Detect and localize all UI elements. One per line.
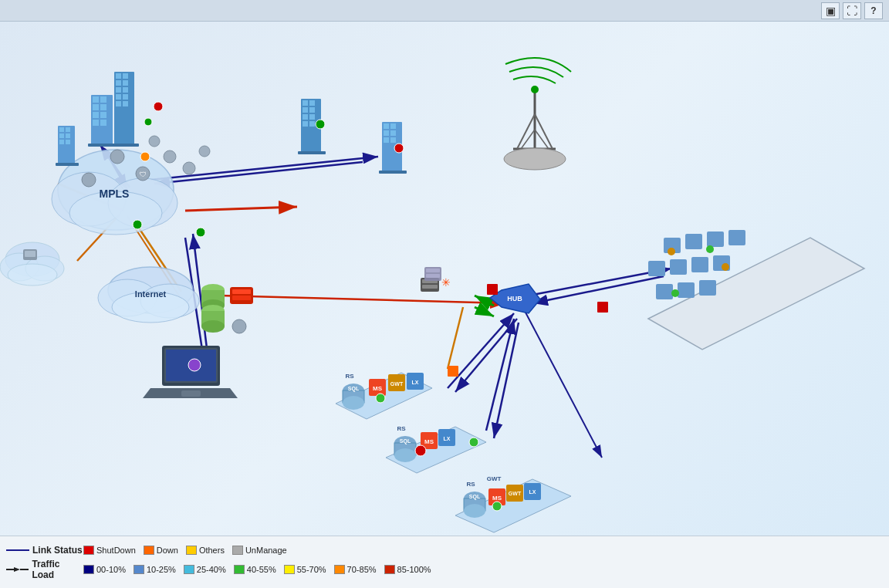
shutdown-color <box>83 546 94 555</box>
traffic-40-55-label: 40-55% <box>247 565 276 574</box>
svg-rect-80 <box>298 151 326 154</box>
traffic-85-100-label: 85-100% <box>397 565 431 574</box>
svg-line-91 <box>517 114 535 149</box>
svg-rect-60 <box>116 101 121 106</box>
svg-marker-199 <box>14 567 20 572</box>
svg-rect-83 <box>390 123 396 129</box>
legend-item-shutdown: ShutDown <box>83 546 136 555</box>
fullscreen-button[interactable]: ⛶ <box>843 2 861 19</box>
svg-line-94 <box>535 130 549 149</box>
svg-point-40 <box>8 264 57 286</box>
svg-rect-69 <box>66 140 70 144</box>
unmanage-color <box>232 546 243 555</box>
svg-rect-45 <box>100 104 106 110</box>
svg-rect-75 <box>309 107 315 113</box>
svg-point-128 <box>110 150 124 164</box>
shutdown-label: ShutDown <box>96 546 136 555</box>
traffic-10-25-label: 10-25% <box>147 565 176 574</box>
legend-item-unmanage: UnManage <box>232 546 287 555</box>
legend-item-0-10: 00-10% <box>83 565 126 574</box>
svg-point-111 <box>722 263 729 271</box>
svg-rect-77 <box>309 114 315 120</box>
unmanage-label: UnManage <box>245 546 287 555</box>
svg-rect-61 <box>123 101 128 106</box>
svg-line-17 <box>494 323 519 438</box>
svg-rect-106 <box>656 284 673 299</box>
svg-rect-48 <box>93 120 99 126</box>
svg-point-165 <box>464 504 485 518</box>
help-button[interactable]: ? <box>864 2 883 19</box>
svg-point-95 <box>504 148 566 170</box>
svg-rect-76 <box>303 114 308 120</box>
svg-point-183 <box>133 220 142 229</box>
svg-point-194 <box>149 136 160 147</box>
traffic-25-40-color <box>184 565 194 574</box>
svg-rect-62 <box>111 144 139 147</box>
svg-text:SQL: SQL <box>469 494 481 500</box>
svg-point-195 <box>183 162 195 174</box>
traffic-85-100-color <box>384 565 395 574</box>
svg-point-140 <box>343 396 364 410</box>
svg-line-92 <box>535 114 553 149</box>
svg-rect-181 <box>597 302 608 313</box>
svg-rect-46 <box>93 112 99 118</box>
svg-rect-79 <box>309 121 315 127</box>
svg-rect-52 <box>116 73 121 79</box>
legend-item-55-70: 55-70% <box>284 565 326 574</box>
svg-point-158 <box>415 445 426 456</box>
traffic-70-85-color <box>334 565 345 574</box>
svg-rect-42 <box>93 96 99 103</box>
traffic-40-55-color <box>234 565 245 574</box>
traffic-55-70-color <box>284 565 295 574</box>
svg-text:MS: MS <box>373 385 383 392</box>
svg-text:MPLS: MPLS <box>100 188 130 200</box>
svg-rect-53 <box>123 73 128 79</box>
svg-line-93 <box>521 130 535 149</box>
svg-rect-102 <box>648 261 665 276</box>
svg-rect-87 <box>390 137 396 143</box>
svg-text:GWT: GWT <box>509 491 522 496</box>
traffic-load-row: Traffic Load 00-10% 10-25% 25-40% 40-55%… <box>6 559 883 580</box>
svg-text:MS: MS <box>492 495 502 502</box>
traffic-load-text: Traffic Load <box>32 559 83 580</box>
svg-text:✳: ✳ <box>441 276 451 289</box>
svg-rect-65 <box>66 127 70 132</box>
traffic-70-85-label: 70-85% <box>347 565 377 574</box>
svg-line-23 <box>475 307 494 316</box>
svg-text:SQL: SQL <box>400 438 411 444</box>
traffic-10-25-color <box>134 565 144 574</box>
network-canvas: MPLS Internet <box>0 22 889 554</box>
svg-text:Internet: Internet <box>135 289 167 299</box>
svg-point-109 <box>668 248 675 255</box>
svg-rect-178 <box>426 274 440 278</box>
svg-rect-54 <box>116 80 121 86</box>
svg-rect-108 <box>699 280 716 296</box>
svg-rect-180 <box>487 284 498 295</box>
svg-text:RS: RS <box>466 481 475 488</box>
svg-line-12 <box>220 296 505 303</box>
legend-item-25-40: 25-40% <box>184 565 226 574</box>
svg-rect-100 <box>707 231 724 247</box>
svg-point-196 <box>199 146 210 157</box>
svg-rect-84 <box>384 130 389 136</box>
svg-point-123 <box>144 118 152 126</box>
others-color <box>186 546 197 555</box>
traffic-25-40-label: 25-40% <box>197 565 226 574</box>
svg-point-152 <box>394 448 416 462</box>
legend-item-40-55: 40-55% <box>234 565 276 574</box>
svg-rect-116 <box>232 289 251 294</box>
svg-text:RS: RS <box>397 425 406 432</box>
svg-rect-67 <box>66 133 70 138</box>
svg-rect-73 <box>309 100 315 106</box>
svg-rect-58 <box>116 94 121 100</box>
svg-rect-117 <box>232 296 251 300</box>
svg-point-173 <box>492 502 502 511</box>
select-button[interactable]: ▣ <box>821 2 840 19</box>
legend-item-70-85: 70-85% <box>334 565 377 574</box>
link-status-items: ShutDown Down Others UnManage <box>83 546 287 555</box>
traffic-55-70-label: 55-70% <box>297 565 326 574</box>
svg-point-110 <box>706 245 714 253</box>
svg-rect-68 <box>59 140 64 144</box>
svg-text:GWT: GWT <box>390 381 404 387</box>
svg-rect-44 <box>93 104 99 110</box>
